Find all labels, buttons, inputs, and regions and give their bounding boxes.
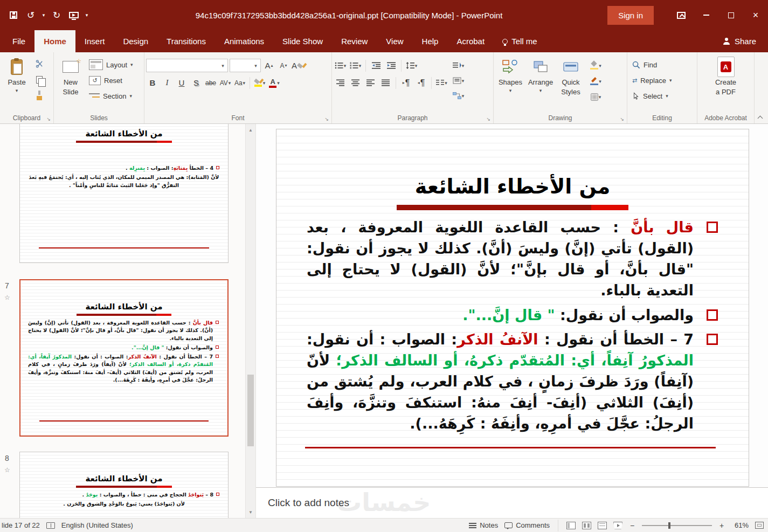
copy-button[interactable] <box>32 72 47 87</box>
bold-button[interactable]: B <box>146 76 159 89</box>
slide-show-button[interactable] <box>613 522 622 529</box>
tell-me-button[interactable]: Tell me <box>494 30 546 52</box>
find-button[interactable]: Find <box>629 58 695 72</box>
spell-check-icon[interactable] <box>46 522 55 529</box>
create-pdf-button[interactable]: A Create a PDF <box>711 54 741 109</box>
scrollbar-thumb[interactable] <box>247 375 254 446</box>
justify-button[interactable] <box>379 76 392 89</box>
zoom-out-button[interactable]: − <box>629 521 635 530</box>
tab-home[interactable]: Home <box>34 30 75 52</box>
tab-help[interactable]: Help <box>413 30 448 52</box>
slide-body-text[interactable]: قال بأنَّ : حسب القاعدة اللغوية المعروفة… <box>276 216 749 434</box>
format-painter-button[interactable] <box>32 88 47 102</box>
layout-button[interactable]: Layout▾ <box>86 58 136 72</box>
scroll-down-button[interactable]: ▼ <box>246 507 255 517</box>
collapse-ribbon-button[interactable] <box>757 114 764 121</box>
character-spacing-button[interactable]: AV▾ <box>219 76 232 89</box>
right-to-left-direction-button[interactable]: ◂¶ <box>414 76 428 89</box>
new-slide-button[interactable]: ☆ New Slide <box>56 54 86 109</box>
left-to-right-direction-button[interactable]: ▸¶ <box>399 76 413 89</box>
maximize-button[interactable] <box>718 0 743 30</box>
shapes-button[interactable]: Shapes ▾ <box>495 54 525 109</box>
font-dialog-launcher[interactable]: ↘ <box>324 116 329 122</box>
scroll-up-button[interactable]: ▲ <box>246 125 255 135</box>
font-name-input[interactable] <box>147 59 219 72</box>
clipboard-dialog-launcher[interactable]: ↘ <box>46 116 51 122</box>
save-button[interactable] <box>5 6 22 24</box>
start-from-beginning-button[interactable] <box>66 6 82 24</box>
tab-review[interactable]: Review <box>332 30 377 52</box>
underline-button[interactable]: U <box>175 76 188 89</box>
section-button[interactable]: Section▾ <box>86 89 136 103</box>
replace-button[interactable]: ⇄ Replace ▾ <box>629 73 695 87</box>
shape-effects-button[interactable]: ▾ <box>589 90 603 103</box>
font-size-combobox[interactable]: ▾ <box>230 59 261 72</box>
convert-to-smartart-button[interactable]: ▾ <box>452 89 465 102</box>
zoom-in-button[interactable]: + <box>718 521 725 530</box>
slide-sorter-view-button[interactable] <box>582 522 591 529</box>
ribbon-display-options-button[interactable] <box>669 0 694 30</box>
thumbnail-scrollbar[interactable]: ▲ ▼ <box>245 124 256 518</box>
numbering-button[interactable]: ▾ <box>349 59 362 72</box>
drawing-dialog-launcher[interactable]: ↘ <box>620 116 624 122</box>
slide-editing-area[interactable]: من الأخطاء الشائعة قال بأنَّ : حسب القاع… <box>256 124 768 487</box>
tab-view[interactable]: View <box>377 30 412 52</box>
align-right-button[interactable] <box>334 76 347 89</box>
sign-in-button[interactable]: Sign in <box>607 6 654 25</box>
tab-acrobat[interactable]: Acrobat <box>447 30 494 52</box>
comments-toggle-button[interactable]: Comments <box>504 521 550 529</box>
tab-file[interactable]: File <box>3 30 34 52</box>
columns-button[interactable]: ▾ <box>435 76 448 89</box>
bullets-button[interactable]: ▾ <box>334 59 347 72</box>
paragraph-dialog-launcher[interactable]: ↘ <box>486 116 490 122</box>
clear-formatting-button[interactable]: A <box>292 59 306 72</box>
tab-design[interactable]: Design <box>114 30 157 52</box>
paste-button[interactable]: Paste ▾ <box>2 54 32 109</box>
tab-transitions[interactable]: Transitions <box>157 30 215 52</box>
tab-insert[interactable]: Insert <box>75 30 114 52</box>
align-left-button[interactable] <box>364 76 377 89</box>
normal-view-button[interactable] <box>566 522 576 529</box>
shape-fill-button[interactable]: ▾ <box>589 59 603 72</box>
tab-animations[interactable]: Animations <box>215 30 273 52</box>
slide-7-thumbnail-selected[interactable]: من الأخطاء الشائعة قال بأنَّ : حسب القاع… <box>19 279 229 437</box>
line-spacing-button[interactable]: ▾ <box>405 59 418 72</box>
slide-title[interactable]: من الأخطاء الشائعة <box>276 175 749 198</box>
select-button[interactable]: Select ▾ <box>629 89 695 103</box>
increase-indent-button[interactable] <box>384 59 398 72</box>
share-button[interactable]: Share <box>711 30 768 52</box>
zoom-slider-thumb[interactable] <box>668 522 670 529</box>
change-case-button[interactable]: Aa▾ <box>233 76 246 89</box>
notes-toggle-button[interactable]: Notes <box>469 521 498 529</box>
zoom-slider[interactable] <box>642 525 712 526</box>
notes-pane[interactable]: Click to add notes خمسات <box>256 487 768 518</box>
quick-styles-button[interactable]: Quick Styles <box>556 54 586 109</box>
fit-slide-to-window-button[interactable] <box>755 522 764 529</box>
shape-outline-button[interactable]: ▾ <box>589 74 603 88</box>
slide-6-thumbnail[interactable]: من الأخطاء الشائعة 4 – الخطأ بِمَثابَةِ:… <box>19 124 229 263</box>
text-shadow-button[interactable]: S <box>190 76 203 89</box>
align-center-button[interactable] <box>349 76 362 89</box>
language-indicator[interactable]: English (United States) <box>61 521 133 529</box>
increase-font-size-button[interactable]: A▴ <box>262 59 275 72</box>
align-text-button[interactable]: ▾ <box>452 74 465 87</box>
minimize-button[interactable] <box>694 0 718 30</box>
undo-dropdown[interactable]: ▾ <box>40 6 47 24</box>
zoom-level[interactable]: 61% <box>731 521 749 529</box>
redo-button[interactable]: ↻ <box>49 6 65 24</box>
decrease-font-size-button[interactable]: A▾ <box>277 59 290 72</box>
tab-slide-show[interactable]: Slide Show <box>273 30 332 52</box>
slide-8-thumbnail[interactable]: من الأخطاء الشائعة 8 – يَتواجَدُ الحجاج … <box>19 452 229 518</box>
text-direction-button[interactable]: ▾ <box>452 59 465 72</box>
reset-button[interactable]: ↺Reset <box>86 73 136 87</box>
italic-button[interactable]: I <box>161 76 174 89</box>
cut-button[interactable] <box>32 57 47 71</box>
undo-button[interactable]: ↺ <box>23 6 39 24</box>
font-size-input[interactable] <box>230 59 252 72</box>
strikethrough-button[interactable]: abe <box>204 76 217 89</box>
text-highlight-color-button[interactable]: ▾ <box>253 76 266 89</box>
reading-view-button[interactable] <box>598 522 607 529</box>
close-button[interactable]: × <box>743 0 768 30</box>
font-name-combobox[interactable]: ▾ <box>146 59 228 72</box>
font-color-button[interactable]: A▾ <box>268 76 281 89</box>
